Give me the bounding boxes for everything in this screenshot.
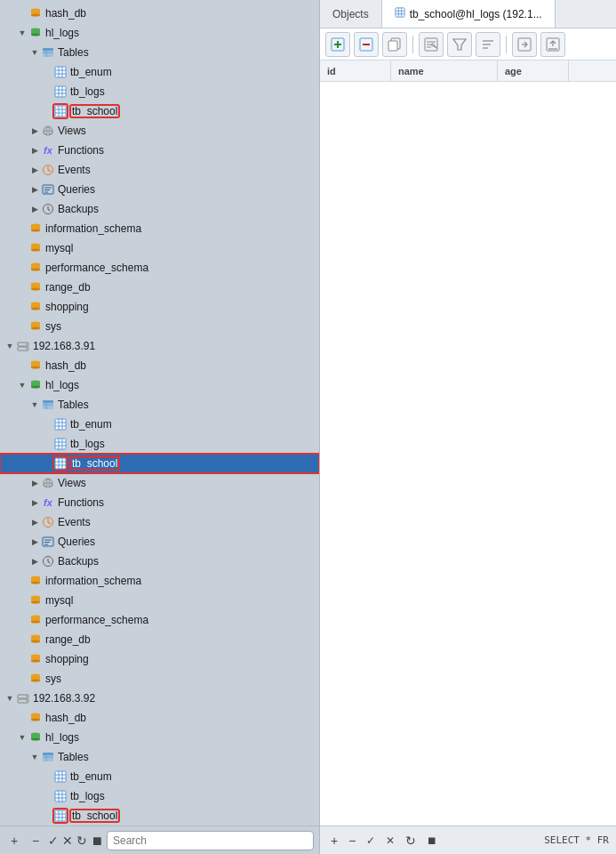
tab-tb-school[interactable]: tb_school@hl_logs (192.1... [382, 0, 556, 28]
refresh-data-button[interactable]: ↻ [402, 834, 420, 848]
copy-row-button[interactable] [382, 32, 407, 57]
sort-button[interactable] [476, 32, 500, 57]
refresh-button[interactable]: ↻ [76, 834, 87, 848]
chevron-tables-2[interactable] [28, 399, 41, 411]
tree-item-queries-2[interactable]: Queries [0, 532, 319, 552]
tree-item-tb-enum-3[interactable]: tb_enum [0, 767, 319, 786]
table-icon-outlined [53, 809, 68, 823]
tree-item-perf-schema-1[interactable]: performance_schema [0, 258, 319, 278]
x-button[interactable]: ✕ [62, 834, 73, 848]
svg-point-105 [46, 479, 50, 483]
apply-changes-button[interactable]: ✓ [363, 834, 379, 847]
stop-query-button[interactable]: ⏹ [423, 834, 441, 847]
tree-item-range-db-1[interactable]: range_db [0, 278, 319, 297]
tree-item-events-2[interactable]: Events [0, 512, 319, 532]
delete-record-button[interactable]: − [345, 834, 359, 848]
database-icon [28, 632, 43, 647]
chevron-events-2[interactable] [28, 516, 41, 528]
tree-item-tb-school-3[interactable]: tb_school [0, 806, 319, 826]
tree-item-server2[interactable]: 192.168.3.91 [0, 336, 319, 356]
database-icon [28, 652, 43, 666]
chevron-hl-logs-1[interactable] [16, 27, 28, 39]
check-button[interactable]: ✓ [48, 834, 59, 848]
tree-item-perf-schema-2[interactable]: performance_schema [0, 610, 319, 630]
tables-folder-icon [41, 750, 55, 764]
server-icon [16, 339, 30, 353]
chevron-hl-logs-2[interactable] [16, 379, 28, 391]
chevron-functions-2[interactable] [28, 496, 41, 509]
tree-item-tb-school-2[interactable]: tb_school [0, 454, 319, 473]
tree-item-events-1[interactable]: Events [0, 160, 319, 180]
tree-item-hash-db-1[interactable]: hash_db [0, 4, 319, 23]
tree-item-tables-1[interactable]: Tables [0, 43, 319, 62]
tree-item-tables-2[interactable]: Tables [0, 395, 319, 415]
tree-item-backups-1[interactable]: Backups [0, 199, 319, 219]
import-button[interactable] [512, 32, 537, 57]
chevron-queries-1[interactable] [28, 183, 41, 196]
tree-item-hl-logs-2[interactable]: hl_logs [0, 375, 319, 395]
tree-item-functions-2[interactable]: fx Functions [0, 493, 319, 512]
tree-item-server3[interactable]: 192.168.3.92 [0, 689, 319, 708]
chevron-views-1[interactable] [28, 125, 41, 137]
tab-objects[interactable]: Objects [320, 0, 382, 28]
remove-button[interactable]: − [27, 832, 44, 850]
tree-item-range-db-2[interactable]: range_db [0, 630, 319, 649]
add-row-button[interactable] [325, 32, 350, 57]
chevron-functions-1[interactable] [28, 144, 41, 157]
tree-item-hl-logs-3[interactable]: hl_logs [0, 728, 319, 747]
export-button[interactable] [540, 32, 565, 57]
svg-point-70 [31, 327, 40, 330]
tree-item-hl-logs-1[interactable]: hl_logs [0, 23, 319, 43]
tree-item-views-2[interactable]: Views [0, 473, 319, 493]
tree-item-tb-school-1[interactable]: tb_school [0, 101, 319, 121]
filter-button[interactable] [447, 32, 472, 57]
tree-item-views-1[interactable]: Views [0, 121, 319, 141]
tree-item-info-schema-2[interactable]: information_schema [0, 571, 319, 591]
tree-item-hash-db-3[interactable]: hash_db [0, 708, 319, 728]
remove-row-button[interactable] [354, 32, 379, 57]
database-icon [28, 593, 43, 608]
tree-label: Functions [58, 496, 104, 509]
tree-item-shopping-2[interactable]: shopping [0, 649, 319, 669]
chevron-server2[interactable] [4, 340, 16, 352]
svg-rect-89 [55, 419, 66, 430]
tree-item-mysql-2[interactable]: mysql [0, 591, 319, 610]
search-input[interactable] [107, 831, 314, 850]
chevron-backups-2[interactable] [28, 555, 41, 568]
tree-item-sys-1[interactable]: sys [0, 317, 319, 336]
tree-item-tb-logs-2[interactable]: tb_logs [0, 434, 319, 454]
stop-button[interactable]: ⏹ [91, 834, 103, 848]
tree-item-backups-2[interactable]: Backups [0, 552, 319, 571]
tree-item-functions-1[interactable]: fx Functions [0, 141, 319, 160]
chevron-queries-2[interactable] [28, 536, 41, 548]
tree-item-mysql-1[interactable]: mysql [0, 238, 319, 258]
tree-item-shopping-1[interactable]: shopping [0, 297, 319, 317]
tree-item-tb-enum-2[interactable]: tb_enum [0, 415, 319, 434]
tree-item-tb-logs-1[interactable]: tb_logs [0, 82, 319, 101]
tree-item-tb-enum-1[interactable]: tb_enum [0, 62, 319, 82]
tree-item-info-schema-1[interactable]: information_schema [0, 219, 319, 238]
add-record-button[interactable]: + [327, 834, 341, 848]
add-button[interactable]: + [5, 832, 23, 850]
tree-view: hash_db hl_logs [0, 0, 319, 826]
chevron-tables-3[interactable] [28, 751, 41, 763]
status-text: SELECT * FR [544, 834, 609, 846]
chevron-hl-logs-3[interactable] [16, 731, 28, 744]
tree-label: tb_enum [70, 770, 112, 783]
chevron-server3[interactable] [4, 692, 16, 705]
chevron-views-2[interactable] [28, 477, 41, 489]
chevron-backups-1[interactable] [28, 203, 41, 215]
tree-item-queries-1[interactable]: Queries [0, 180, 319, 199]
chevron-tables-1[interactable] [28, 46, 41, 59]
col-header-age[interactable]: age [498, 60, 569, 81]
tree-item-tables-3[interactable]: Tables [0, 747, 319, 767]
chevron-events-1[interactable] [28, 164, 41, 176]
tree-item-tb-logs-3[interactable]: tb_logs [0, 786, 319, 806]
discard-changes-button[interactable]: ✕ [382, 834, 398, 847]
tree-item-hash-db-2[interactable]: hash_db [0, 356, 319, 375]
tree-label: hash_db [45, 7, 86, 20]
col-header-id[interactable]: id [320, 60, 391, 81]
col-header-name[interactable]: name [391, 60, 498, 81]
edit-row-button[interactable] [419, 32, 444, 57]
tree-item-sys-2[interactable]: sys [0, 669, 319, 689]
